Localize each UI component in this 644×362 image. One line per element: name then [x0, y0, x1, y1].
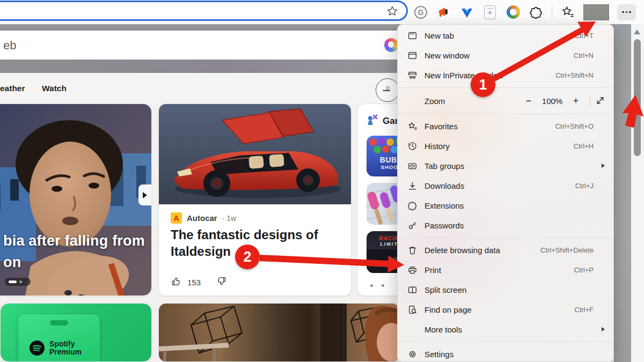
settings-icon: [407, 349, 418, 359]
zoom-in-button[interactable]: +: [567, 95, 585, 107]
zoom-out-button[interactable]: −: [519, 95, 538, 107]
menu-item-label: Downloads: [425, 181, 575, 190]
browser-window: eb eather Watch: [0, 0, 644, 362]
menu-item-new-tab[interactable]: New tabCtrl+T: [398, 26, 613, 46]
menu-item-history[interactable]: HistoryCtrl+H: [398, 136, 613, 156]
menu-shortcut: Ctrl+P: [574, 266, 594, 274]
scrollbar-up-arrow[interactable]: [634, 29, 640, 34]
menu-shortcut: Ctrl+Shift+N: [555, 71, 594, 79]
menu-shortcut: Ctrl+Shift+Delete: [540, 246, 594, 254]
colorwheel-extension-icon[interactable]: [506, 5, 521, 20]
thumbs-down-icon[interactable]: [216, 276, 227, 289]
personalize-button[interactable]: [376, 78, 399, 102]
more-menu-button[interactable]: [617, 4, 636, 20]
menu-item-new-inprivate-window[interactable]: New InPrivate windowCtrl+Shift+N: [398, 65, 613, 85]
copilot-icon[interactable]: [384, 38, 398, 52]
grammarly-extension-icon[interactable]: G: [413, 5, 428, 20]
zoom-level: 100%: [538, 97, 567, 106]
blank-icon: [407, 324, 418, 335]
nav-item-weather[interactable]: eather: [0, 84, 25, 93]
thumbs-up-icon[interactable]: [171, 276, 182, 289]
notes-extension-icon[interactable]: +: [482, 5, 497, 20]
spotify-brand: Spotify: [49, 340, 82, 348]
menu-item-label: New InPrivate window: [425, 71, 555, 80]
megaphone-extension-icon[interactable]: [436, 5, 451, 20]
menu-shortcut: Ctrl+T: [574, 32, 594, 40]
like-count: 153: [187, 278, 201, 287]
menu-item-tab-groups[interactable]: Tab groups: [398, 156, 613, 176]
menu-item-passwords[interactable]: Passwords: [398, 216, 613, 235]
search-text: eb: [3, 39, 16, 53]
submenu-arrow-icon: [602, 164, 605, 168]
fullscreen-button[interactable]: [595, 95, 606, 106]
article-age: · 1w: [222, 214, 236, 223]
menu-item-settings[interactable]: Settings: [398, 344, 613, 362]
menu-shortcut: Ctrl+N: [574, 51, 594, 60]
print-icon: [407, 265, 418, 275]
favorites-hub-icon[interactable]: [560, 5, 575, 20]
source-name[interactable]: Autocar: [187, 213, 217, 223]
menu-shortcut: Ctrl+J: [575, 182, 594, 190]
menu-item-new-window[interactable]: New windowCtrl+N: [398, 46, 613, 65]
menu-item-label: Settings: [425, 350, 606, 359]
chess-pieces-icon: [365, 114, 378, 129]
delete-icon: [407, 245, 418, 255]
menu-item-label: Extensions: [425, 201, 606, 210]
spotify-logo-icon: [29, 340, 45, 356]
menu-item-favorites[interactable]: FavoritesCtrl+Shift+O: [398, 116, 613, 136]
menu-item-delete-browsing-data[interactable]: Delete browsing dataCtrl+Shift+Delete: [398, 240, 613, 260]
menu-shortcut: Ctrl+H: [574, 142, 594, 150]
nav-item-watch[interactable]: Watch: [42, 84, 67, 93]
address-bar[interactable]: [0, 1, 408, 21]
browser-toolbar: G +: [0, 0, 644, 24]
spotify-tier: Premium: [49, 348, 82, 356]
games-carousel-dots[interactable]: [370, 284, 384, 287]
article-card[interactable]: A Autocar · 1w The fantastic designs of …: [158, 104, 352, 296]
menu-item-label: Tab groups: [425, 161, 606, 171]
extensions-icon: [407, 201, 418, 211]
menu-item-find-on-page[interactable]: Find on pageCtrl+F: [398, 300, 613, 320]
video-headline-line1: bia after falling from: [3, 233, 145, 249]
menu-item-split-screen[interactable]: Split screen: [398, 280, 613, 300]
video-news-card[interactable]: bia after falling from on: [0, 104, 152, 296]
new-window-icon: [407, 50, 418, 61]
spotify-ad-card[interactable]: Spotify Premium: [0, 303, 152, 362]
menu-item-downloads[interactable]: DownloadsCtrl+J: [398, 176, 613, 196]
menu-item-label: Passwords: [425, 221, 606, 230]
menu-separator: [398, 235, 613, 240]
menu-item-extensions[interactable]: Extensions: [398, 196, 613, 216]
menu-separator: [398, 112, 613, 116]
favorites-icon: [407, 121, 418, 131]
scrollbar-thumb[interactable]: [634, 39, 641, 156]
blank-icon: [407, 96, 418, 106]
history-icon: [407, 141, 418, 151]
article-title[interactable]: The fantastic designs of Italdesign: [171, 226, 342, 260]
menu-item-print[interactable]: PrintCtrl+P: [398, 260, 613, 280]
carousel-next-button[interactable]: [138, 184, 151, 205]
find-icon: [407, 305, 418, 315]
menu-shortcut: Ctrl+Shift+O: [555, 122, 594, 130]
menu-item-label: History: [425, 142, 574, 151]
photo-card[interactable]: [158, 303, 400, 362]
favorite-star-icon[interactable]: [386, 5, 399, 18]
inprivate-icon: [407, 70, 418, 80]
page-edge-band: [614, 24, 631, 362]
profile-avatar[interactable]: [583, 4, 609, 20]
menu-item-label: New tab: [425, 31, 574, 40]
menu-item-label: Favorites: [425, 122, 555, 131]
new-tab-icon: [407, 31, 418, 41]
carousel-dots[interactable]: [5, 278, 31, 286]
spotify-gift-card: Spotify Premium: [18, 314, 100, 362]
puzzle-extensions-icon[interactable]: [529, 5, 544, 20]
menu-item-label: New window: [425, 51, 574, 60]
source-logo: A: [171, 212, 182, 224]
menu-separator: [398, 85, 613, 90]
toolbar-divider: [552, 6, 552, 18]
menu-item-label: Find on page: [425, 305, 574, 314]
edge-more-menu: New tabCtrl+TNew windowCtrl+NNew InPriva…: [397, 24, 614, 362]
gem-extension-icon[interactable]: [459, 5, 474, 20]
menu-item-more-tools[interactable]: More tools: [398, 320, 613, 339]
split-screen-icon: [407, 285, 418, 295]
passwords-icon: [407, 220, 418, 231]
menu-item-zoom[interactable]: Zoom−100%+: [398, 90, 613, 112]
